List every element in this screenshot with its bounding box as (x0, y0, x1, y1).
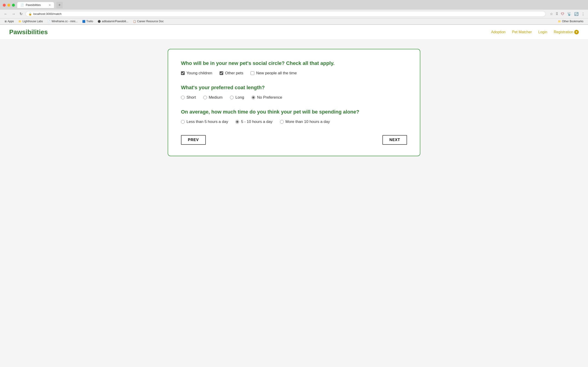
radio-5-10[interactable] (235, 120, 239, 124)
address-bar[interactable]: 🔒 localhost:3000/match (26, 11, 546, 17)
radio-long[interactable] (230, 96, 233, 99)
bookmarks-bar: ⊞ Apps 📁 Lighthouse Labs 📄 Wireframe.cc … (0, 18, 588, 25)
menu-btn[interactable]: ⋮ (581, 11, 585, 17)
question-3-section: On average, how much time do you think y… (181, 109, 407, 124)
nav-adoption[interactable]: Adoption (491, 30, 506, 34)
extensions-btn[interactable]: ⠿ (555, 11, 559, 17)
browser-toolbar: ← → ↻ 🔒 localhost:3000/match ☆ ⠿ 🛡 📡 🔃 ⋮ (0, 10, 588, 18)
window-maximize-btn[interactable] (12, 4, 15, 7)
label-young-children: Young children (187, 71, 212, 75)
label-other-pets: Other pets (225, 71, 243, 75)
browser-tab[interactable]: 📄 Pawsibilities ✕ (17, 2, 54, 8)
apps-icon: ⊞ (5, 20, 7, 23)
forward-btn[interactable]: → (10, 11, 17, 17)
back-btn[interactable]: ← (3, 11, 9, 17)
form-footer: PREV NEXT (181, 135, 407, 145)
form-card: Who will be in your new pet's social cir… (168, 49, 420, 156)
other-bookmarks-label: Other Bookmarks (562, 20, 583, 23)
next-button[interactable]: NEXT (382, 135, 407, 145)
toolbar-icons: ☆ ⠿ 🛡 📡 🔃 ⋮ (549, 11, 585, 17)
label-new-people: New people all the time (256, 71, 297, 75)
option-medium[interactable]: Medium (203, 95, 223, 100)
new-tab-btn[interactable]: + (56, 2, 63, 8)
wireframe-icon: 📄 (47, 20, 51, 23)
lighthouse-icon: 📁 (18, 20, 22, 23)
career-icon: 📋 (133, 20, 136, 23)
option-5-10[interactable]: 5 - 10 hours a day (235, 119, 272, 124)
trello-icon: 🟦 (82, 20, 86, 23)
bookmark-wireframe[interactable]: 📄 Wireframe.cc - mini... (45, 19, 79, 23)
checkbox-other-pets[interactable] (220, 71, 223, 75)
other-bookmarks[interactable]: 📁 Other Bookmarks (556, 19, 585, 23)
window-close-btn[interactable] (3, 4, 6, 7)
cast-btn[interactable]: 📡 (567, 11, 572, 17)
label-5-10: 5 - 10 hours a day (241, 119, 272, 124)
github-icon: ⚫ (98, 20, 101, 23)
bookmark-apps[interactable]: ⊞ Apps (3, 19, 16, 23)
url-text: localhost:3000/match (33, 12, 543, 16)
nav-pet-matcher[interactable]: Pet Matcher (512, 30, 532, 34)
option-other-pets[interactable]: Other pets (220, 71, 243, 75)
nav-login[interactable]: Login (538, 30, 547, 34)
option-no-preference[interactable]: No Preference (251, 95, 282, 100)
tab-close-icon[interactable]: ✕ (49, 4, 51, 7)
new-tab-icon: + (58, 3, 61, 8)
question-3-options: Less than 5 hours a day 5 - 10 hours a d… (181, 119, 407, 124)
radio-more-10[interactable] (280, 120, 284, 124)
question-1-section: Who will be in your new pet's social cir… (181, 60, 407, 75)
app-nav: Adoption Pet Matcher Login Registration … (491, 30, 579, 34)
bookmark-star-btn[interactable]: ☆ (549, 11, 553, 17)
question-1-title: Who will be in your new pet's social cir… (181, 60, 407, 66)
window-controls (3, 4, 15, 7)
checkbox-young-children[interactable] (181, 71, 185, 75)
question-1-options: Young children Other pets New people all… (181, 71, 407, 75)
reload-btn[interactable]: ↻ (18, 11, 24, 17)
bookmark-career-label: Career Resource Doc (137, 20, 164, 23)
radio-medium[interactable] (203, 96, 207, 99)
bookmark-career[interactable]: 📋 Career Resource Doc (131, 19, 166, 23)
other-bookmarks-icon: 📁 (558, 20, 561, 23)
option-long[interactable]: Long (230, 95, 244, 100)
bookmark-adibalamir-label: adibalamir/Pawsibili... (102, 20, 128, 23)
app-header: Pawsibilities Adoption Pet Matcher Login… (0, 25, 588, 40)
tab-icon: 📄 (20, 3, 24, 7)
label-more-10: More than 10 hours a day (285, 119, 330, 124)
label-short: Short (187, 95, 196, 100)
option-short[interactable]: Short (181, 95, 196, 100)
question-3-title: On average, how much time do you think y… (181, 109, 407, 115)
question-2-section: What's your preferred coat length? Short… (181, 85, 407, 100)
option-young-children[interactable]: Young children (181, 71, 212, 75)
checkbox-new-people[interactable] (251, 71, 254, 75)
radio-no-preference[interactable] (251, 96, 255, 99)
bookmark-adibalamir[interactable]: ⚫ adibalamir/Pawsibili... (96, 19, 130, 23)
profile-btn[interactable]: 🔃 (574, 11, 579, 17)
browser-title-bar: 📄 Pawsibilities ✕ + (0, 0, 588, 10)
label-long: Long (235, 95, 244, 100)
tab-label: Pawsibilities (26, 3, 41, 7)
bookmark-wireframe-label: Wireframe.cc - mini... (52, 20, 78, 23)
app-logo: Pawsibilities (9, 28, 48, 36)
bookmark-trello[interactable]: 🟦 Trello (80, 19, 95, 23)
browser-chrome: 📄 Pawsibilities ✕ + ← → ↻ 🔒 localhost:30… (0, 0, 588, 25)
option-less-5[interactable]: Less than 5 hours a day (181, 119, 228, 124)
nav-registration[interactable]: Registration ▼ (554, 30, 579, 34)
shield-icon[interactable]: 🛡 (561, 11, 565, 16)
bookmark-lighthouse[interactable]: 📁 Lighthouse Labs (17, 19, 44, 23)
page-content: Pawsibilities Adoption Pet Matcher Login… (0, 25, 588, 367)
label-less-5: Less than 5 hours a day (187, 119, 228, 124)
option-new-people[interactable]: New people all the time (251, 71, 297, 75)
question-2-options: Short Medium Long No Preference (181, 95, 407, 100)
bookmark-lighthouse-label: Lighthouse Labs (23, 20, 43, 23)
label-no-preference: No Preference (257, 95, 282, 100)
radio-short[interactable] (181, 96, 185, 99)
radio-less-5[interactable] (181, 120, 185, 124)
main-content: Who will be in your new pet's social cir… (0, 40, 588, 165)
window-minimize-btn[interactable] (7, 4, 10, 7)
prev-button[interactable]: PREV (181, 135, 206, 145)
option-more-10[interactable]: More than 10 hours a day (280, 119, 330, 124)
registration-label: Registration (554, 30, 573, 34)
label-medium: Medium (209, 95, 223, 100)
question-2-title: What's your preferred coat length? (181, 85, 407, 91)
bookmark-apps-label: Apps (8, 20, 14, 23)
bookmark-trello-label: Trello (86, 20, 93, 23)
